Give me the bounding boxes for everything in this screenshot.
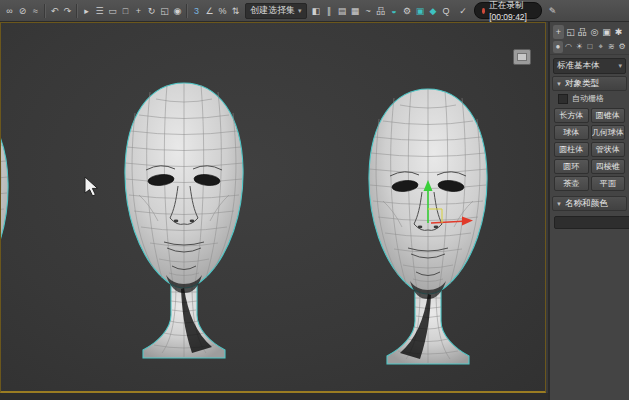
render-production-icon[interactable]: ◆ xyxy=(427,2,440,20)
rollout-arrow-icon: ▼ xyxy=(556,201,562,207)
head-model-left-partial[interactable] xyxy=(1,97,8,372)
rectangular-selection-region-icon[interactable]: ▭ xyxy=(106,2,119,20)
select-object-icon[interactable]: ▸ xyxy=(80,2,93,20)
subtab-lights-icon[interactable]: ☀ xyxy=(574,41,584,53)
record-dot-icon xyxy=(482,8,486,14)
spinner-snap-toggle-icon[interactable]: ⇅ xyxy=(229,2,242,20)
mirror-icon[interactable]: ◧ xyxy=(310,2,323,20)
rendered-frame-window-icon[interactable]: ▣ xyxy=(414,2,427,20)
primitive-category-dropdown[interactable]: 标准基本体 ▾ xyxy=(553,58,626,74)
autogrid-label: 自动栅格 xyxy=(572,93,604,104)
align-icon[interactable]: ∥ xyxy=(323,2,336,20)
head-model-right-selected[interactable] xyxy=(369,89,487,364)
select-and-scale-icon[interactable]: ◱ xyxy=(158,2,171,20)
3dsmax-window: ∞ ⊘ ≈ ↶ ↷ ▸ ☰ ▭ □ + ↻ ◱ ◉ 3 ∠ % ⇅ 创建选择集 … xyxy=(0,0,629,400)
command-panel-tabs: + ◱ 品 ◎ ▣ ✱ xyxy=(550,22,629,40)
pen-annotate-icon[interactable]: ✎ xyxy=(546,2,559,20)
primitive-category-label: 标准基本体 xyxy=(557,60,600,72)
toolbar-separator xyxy=(44,4,46,18)
tab-display-icon[interactable]: ▣ xyxy=(601,25,612,39)
bind-to-space-warp-icon[interactable]: ≈ xyxy=(29,2,42,20)
use-pivot-point-center-icon[interactable]: ◉ xyxy=(171,2,184,20)
layer-manager-icon[interactable]: ▤ xyxy=(336,2,349,20)
graphite-ribbon-icon[interactable]: ▦ xyxy=(349,2,362,20)
mouse-cursor xyxy=(85,177,98,196)
select-by-name-icon[interactable]: ☰ xyxy=(93,2,106,20)
window-bottom-edge xyxy=(0,393,548,400)
search-icon[interactable]: Q xyxy=(440,2,453,20)
toolbar-right-cluster: Q ✓ 正在录制 [00:09:42] ✎ xyxy=(440,2,629,20)
subtab-spacewarps-icon[interactable]: ≋ xyxy=(607,41,617,53)
rollout-arrow-icon: ▼ xyxy=(556,81,562,87)
sphere-button[interactable]: 球体 xyxy=(554,125,589,140)
tab-create-icon[interactable]: + xyxy=(553,25,564,39)
autogrid-checkbox[interactable] xyxy=(558,94,568,104)
window-crossing-icon[interactable]: □ xyxy=(119,2,132,20)
tab-utilities-icon[interactable]: ✱ xyxy=(613,25,624,39)
subtab-geometry-icon[interactable]: ● xyxy=(553,41,563,53)
tab-motion-icon[interactable]: ◎ xyxy=(589,25,600,39)
chevron-down-icon: ▾ xyxy=(618,62,622,70)
perspective-viewport[interactable] xyxy=(0,22,546,393)
name-color-rollout-title: 名称和颜色 xyxy=(565,198,608,210)
viewcube-icon[interactable] xyxy=(513,49,531,65)
subtab-shapes-icon[interactable]: ◠ xyxy=(564,41,574,53)
teapot-button[interactable]: 茶壶 xyxy=(554,176,589,191)
named-selection-set-dropdown[interactable]: 创建选择集 ▾ xyxy=(245,3,307,19)
undo-icon[interactable]: ↶ xyxy=(48,2,61,20)
command-panel: + ◱ 品 ◎ ▣ ✱ ● ◠ ☀ □ ⌖ ≋ ⚙ 标准基本体 ▾ ▼ 对象类型… xyxy=(548,22,629,400)
pyramid-button[interactable]: 四棱锥 xyxy=(591,159,626,174)
head-model-center[interactable] xyxy=(125,83,243,358)
curve-editor-icon[interactable]: ~ xyxy=(362,2,375,20)
material-editor-icon[interactable]: ◒ xyxy=(388,2,401,20)
box-button[interactable]: 长方体 xyxy=(554,108,589,123)
create-subcategory-tabs: ● ◠ ☀ □ ⌖ ≋ ⚙ xyxy=(550,40,629,55)
torus-button[interactable]: 圆环 xyxy=(554,159,589,174)
object-type-rollout-title: 对象类型 xyxy=(565,78,599,90)
main-toolbar: ∞ ⊘ ≈ ↶ ↷ ▸ ☰ ▭ □ + ↻ ◱ ◉ 3 ∠ % ⇅ 创建选择集 … xyxy=(0,0,629,22)
object-name-input[interactable] xyxy=(554,216,629,229)
redo-icon[interactable]: ↷ xyxy=(61,2,74,20)
name-color-rollout-header[interactable]: ▼ 名称和颜色 xyxy=(552,196,627,211)
subtab-helpers-icon[interactable]: ⌖ xyxy=(596,41,606,53)
angle-snap-toggle-icon[interactable]: ∠ xyxy=(203,2,216,20)
autogrid-row: 自动栅格 xyxy=(550,91,629,105)
recorder-status-label: 正在录制 [00:09:42] xyxy=(489,0,534,22)
percent-snap-toggle-icon[interactable]: % xyxy=(216,2,229,20)
name-color-row xyxy=(550,211,629,230)
cone-button[interactable]: 圆锥体 xyxy=(591,108,626,123)
cylinder-button[interactable]: 圆柱体 xyxy=(554,142,589,157)
select-and-rotate-icon[interactable]: ↻ xyxy=(145,2,158,20)
tube-button[interactable]: 管状体 xyxy=(591,142,626,157)
plane-button[interactable]: 平面 xyxy=(591,176,626,191)
unlink-selection-icon[interactable]: ⊘ xyxy=(16,2,29,20)
snap-toggle-3d-icon[interactable]: 3 xyxy=(190,2,203,20)
screen-recorder-pill[interactable]: 正在录制 [00:09:42] xyxy=(474,2,542,19)
viewport-3d-view[interactable] xyxy=(1,23,545,391)
render-setup-icon[interactable]: ⚙ xyxy=(401,2,414,20)
tab-hierarchy-icon[interactable]: 品 xyxy=(577,25,588,39)
chevron-down-icon: ▾ xyxy=(298,7,302,15)
subtab-cameras-icon[interactable]: □ xyxy=(585,41,595,53)
named-selection-set-label: 创建选择集 xyxy=(250,4,295,17)
toolbar-separator xyxy=(76,4,78,18)
primitive-buttons-grid: 长方体 圆锥体 球体 几何球体 圆柱体 管状体 圆环 四棱锥 茶壶 平面 xyxy=(550,105,629,194)
geosphere-button[interactable]: 几何球体 xyxy=(591,125,626,140)
toolbar-separator xyxy=(186,4,188,18)
subtab-systems-icon[interactable]: ⚙ xyxy=(617,41,627,53)
select-and-link-icon[interactable]: ∞ xyxy=(3,2,16,20)
select-and-move-icon[interactable]: + xyxy=(132,2,145,20)
check-icon[interactable]: ✓ xyxy=(457,2,470,20)
tab-modify-icon[interactable]: ◱ xyxy=(565,25,576,39)
schematic-view-icon[interactable]: 品 xyxy=(375,2,388,20)
object-type-rollout-header[interactable]: ▼ 对象类型 xyxy=(552,76,627,91)
